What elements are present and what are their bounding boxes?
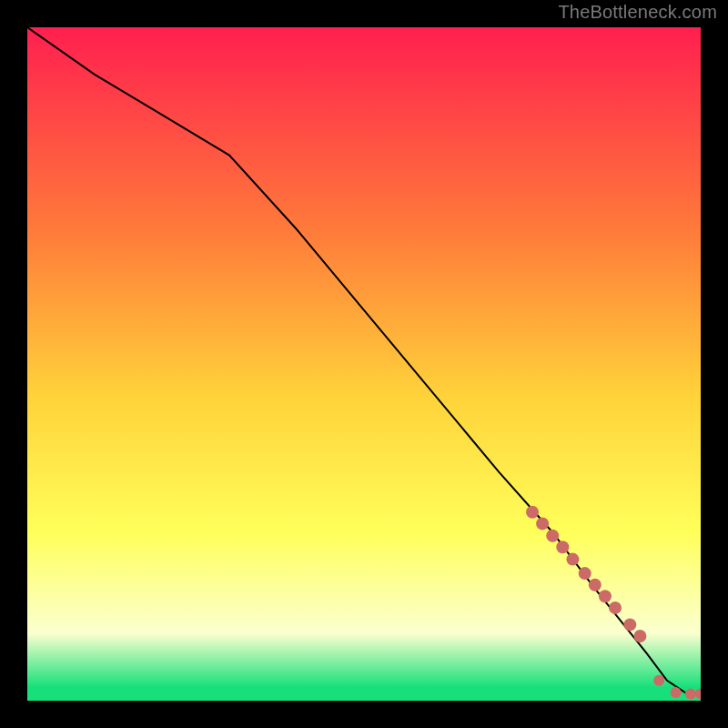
marker-dot — [609, 602, 622, 614]
marker-dot — [685, 689, 696, 700]
marker-dot — [671, 687, 682, 698]
marker-dot — [623, 618, 636, 631]
marker-dots — [526, 506, 701, 700]
marker-dot — [536, 517, 549, 530]
marker-dot — [653, 675, 664, 686]
chart-container: TheBottleneck.com — [0, 0, 728, 728]
marker-dot — [556, 541, 569, 553]
marker-dot — [566, 553, 579, 566]
attribution-label: TheBottleneck.com — [558, 2, 717, 23]
plot-area — [27, 27, 701, 701]
marker-dot — [633, 630, 646, 642]
marker-dot — [695, 689, 701, 700]
marker-dot — [526, 506, 539, 519]
marker-dot — [589, 579, 602, 592]
marker-dot — [579, 567, 592, 580]
marker-dot — [546, 530, 559, 542]
marker-dot — [599, 590, 612, 602]
chart-overlay — [27, 27, 701, 701]
